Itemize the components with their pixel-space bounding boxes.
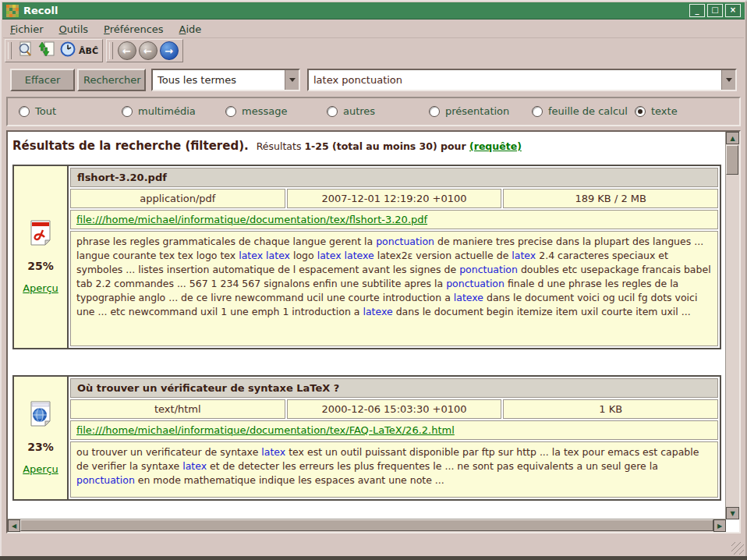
- date-cell: 2000-12-06 15:03:30 +0100: [287, 399, 502, 419]
- chevron-down-icon[interactable]: [721, 70, 735, 90]
- results-header: Résultats de la recherche (filtered).Rés…: [12, 139, 721, 153]
- results-range: 1-25 (total au moins 30) pour: [304, 140, 469, 152]
- document-magnifier-icon: [17, 41, 34, 61]
- recoll-app-icon: [6, 5, 19, 17]
- horizontal-scroll-thumb[interactable]: [20, 519, 713, 531]
- toolbar-drag-handle[interactable]: [8, 42, 12, 59]
- search-mode-select[interactable]: Tous les termes: [151, 69, 300, 91]
- result-side-panel: 23% Aperçu: [14, 377, 69, 499]
- menu-item-aide[interactable]: Aide: [172, 23, 209, 36]
- query-combobox: [307, 69, 737, 91]
- menu-item-fichier[interactable]: Fichier: [3, 23, 51, 36]
- menu-item-outils[interactable]: Outils: [52, 23, 96, 36]
- search-input[interactable]: [309, 74, 721, 86]
- filter-radio-presentation[interactable]: présentation: [429, 105, 509, 117]
- toolbar-drag-handle[interactable]: [109, 42, 113, 59]
- window-titlebar[interactable]: Recoll _ □ ×: [2, 2, 745, 19]
- arrow-first-icon: ←: [118, 41, 136, 60]
- filter-radio-texte[interactable]: texte: [635, 105, 678, 117]
- scroll-up-button[interactable]: ▲: [726, 132, 739, 144]
- toolbar-group-navigation: ← ← →: [106, 39, 183, 62]
- search-mode-value: Tous les termes: [153, 74, 285, 86]
- size-cell: 1 KB: [503, 399, 718, 419]
- result-body: flshort-3.20.pdf application/pdf 2007-12…: [69, 166, 720, 348]
- document-sync-arrows-icon: [38, 41, 55, 61]
- snippet-text: ou trouver un verificateur de syntaxe la…: [70, 441, 718, 498]
- window-bottom-edge: [0, 556, 747, 560]
- results-list: Résultats de la recherche (filtered).Rés…: [8, 132, 726, 519]
- filter-radio-message[interactable]: message: [225, 105, 287, 117]
- radio-icon: [532, 106, 543, 117]
- url-link[interactable]: file:///home/michael/informatique/docume…: [76, 214, 427, 225]
- results-summary-prefix: Résultats: [257, 140, 305, 152]
- result-meta-row: application/pdf 2007-12-01 12:19:20 +010…: [70, 189, 718, 208]
- history-button[interactable]: [57, 41, 78, 61]
- result-body: Où trouver un vérificateur de syntaxe La…: [69, 377, 720, 499]
- radio-icon: [122, 106, 133, 117]
- filter-radio-tout[interactable]: Tout: [19, 105, 56, 117]
- minimize-button[interactable]: _: [689, 4, 705, 17]
- result-url-row: file:///home/michael/informatique/docume…: [70, 420, 718, 440]
- radio-icon: [19, 106, 30, 117]
- menu-item-preferences[interactable]: Préférences: [97, 23, 170, 36]
- results-panel: Résultats de la recherche (filtered).Rés…: [6, 130, 741, 533]
- url-link[interactable]: file:///home/michael/informatique/docume…: [76, 424, 455, 436]
- result-title: Où trouver un vérificateur de syntaxe La…: [70, 378, 718, 398]
- arrow-back-icon: ←: [139, 41, 158, 60]
- relevance-percent: 25%: [27, 260, 54, 272]
- radio-icon: [327, 106, 338, 117]
- result-card: 23% Aperçu Où trouver un vérificateur de…: [12, 375, 721, 501]
- vertical-scrollbar[interactable]: ▲ ▼: [725, 132, 739, 519]
- category-filter-frame: Tout multimédia message autres présentat…: [6, 97, 741, 126]
- relevance-percent: 23%: [27, 441, 54, 453]
- pdf-icon: [29, 220, 52, 250]
- result-side-panel: 25% Aperçu: [14, 166, 69, 348]
- window-title: Recoll: [23, 5, 689, 16]
- scroll-down-button[interactable]: ▼: [726, 507, 739, 519]
- abc-spell-icon: ÂBĈ: [79, 46, 98, 56]
- term-explorer-button[interactable]: ÂBĈ: [78, 41, 99, 61]
- html-globe-icon: [29, 401, 52, 431]
- window-controls: _ □ ×: [689, 4, 741, 17]
- filter-radio-feuille-de-calcul[interactable]: feuille de calcul: [532, 105, 628, 117]
- radio-icon: [429, 106, 440, 117]
- close-button[interactable]: ×: [725, 4, 741, 17]
- query-link[interactable]: (requête): [469, 140, 522, 152]
- clear-button[interactable]: Effacer: [10, 69, 75, 91]
- results-title: Résultats de la recherche (filtered).: [12, 139, 249, 153]
- scroll-right-button[interactable]: ▶: [713, 519, 726, 532]
- vertical-scroll-thumb[interactable]: [726, 145, 738, 175]
- search-bar: Effacer Rechercher Tous les termes: [10, 69, 737, 91]
- filter-radio-multimedia[interactable]: multimédia: [122, 105, 196, 117]
- radio-icon: [225, 106, 236, 117]
- clock-icon: [60, 41, 76, 60]
- go-back-button[interactable]: ←: [137, 41, 158, 61]
- toolbar-group-tools: ÂBĈ: [5, 39, 103, 62]
- toolbar: ÂBĈ ← ← →: [5, 39, 183, 62]
- result-url-row: file:///home/michael/informatique/docume…: [70, 210, 718, 229]
- window-resize-grip[interactable]: [731, 542, 744, 555]
- preview-link[interactable]: Aperçu: [23, 463, 58, 475]
- chevron-down-icon[interactable]: [285, 70, 299, 90]
- go-forward-button[interactable]: →: [158, 41, 179, 61]
- app-window: Recoll _ □ × Fichier Outils Préférences …: [0, 0, 747, 560]
- snippet-text: phrase les regles grammaticales de chaqu…: [70, 231, 718, 346]
- arrow-forward-icon: →: [160, 41, 179, 60]
- mime-cell: text/html: [70, 399, 285, 419]
- go-first-button[interactable]: ←: [116, 41, 137, 61]
- preview-link[interactable]: Aperçu: [23, 282, 58, 294]
- date-cell: 2007-12-01 12:19:20 +0100: [287, 189, 502, 208]
- result-title: flshort-3.20.pdf: [70, 168, 718, 187]
- update-index-button[interactable]: [36, 41, 57, 61]
- mime-cell: application/pdf: [70, 189, 285, 208]
- maximize-button[interactable]: □: [707, 4, 723, 17]
- scroll-left-button[interactable]: ◀: [8, 519, 20, 532]
- document-search-button[interactable]: [15, 41, 36, 61]
- horizontal-scrollbar[interactable]: ◀ ▶: [8, 519, 726, 532]
- size-cell: 189 KB / 2 MB: [503, 189, 718, 208]
- radio-selected-icon: [635, 106, 646, 117]
- menubar: Fichier Outils Préférences Aide: [3, 21, 744, 38]
- result-card: 25% Aperçu flshort-3.20.pdf application/…: [12, 165, 721, 349]
- filter-radio-autres[interactable]: autres: [327, 105, 375, 117]
- search-button[interactable]: Rechercher: [77, 69, 146, 91]
